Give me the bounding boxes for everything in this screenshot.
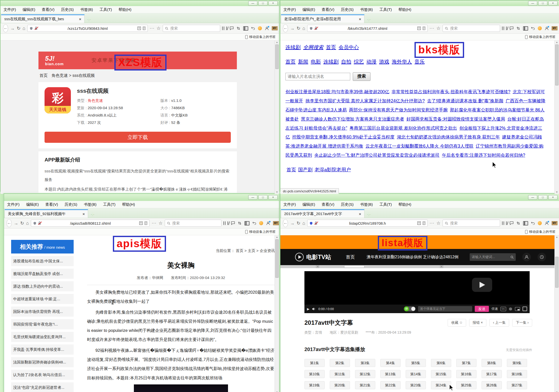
episode-button[interactable]: 第13集 [380,370,401,378]
url-bar[interactable]: /xzs1zTsGU/90843.html [27,25,148,32]
sidebar-news-item[interactable]: 国际本油市场供需情势 再现... [11,307,74,317]
tab-close-icon[interactable]: × [82,212,85,216]
episode-button[interactable]: 第15集 [431,370,451,378]
mobile-bookmarks-label[interactable]: 移动设备上的书签 [529,229,555,234]
menu-item[interactable]: 文件(F) [7,202,19,207]
nav-link[interactable]: 连续剧 [323,59,339,64]
home-button[interactable]: ⌂ [302,221,305,226]
menu-item[interactable]: 帮助(H) [398,202,411,207]
site-search-input[interactable] [285,73,350,80]
episode-button[interactable]: 第16集 [456,370,477,378]
url-text[interactable]: /apissSaB/808112.shtml [43,221,137,225]
bookmark-star-icon[interactable]: ☆ [437,26,441,31]
episode-button[interactable]: 第12集 [355,370,375,378]
pip-icon[interactable] [515,307,520,311]
prev-episode-button[interactable]: ‹ 上一集 [489,319,509,327]
new-tab-button[interactable]: + [367,211,371,216]
nav-link[interactable]: 连续剧 [285,44,301,50]
episode-button[interactable]: 第4集 [380,359,401,367]
url-text[interactable]: /bks4V2b/414777.shtml [320,26,416,31]
episode-button[interactable]: 第20集 [330,381,350,389]
minimize-button[interactable]: — [528,1,537,6]
nav-link[interactable]: 全网搜索 [303,44,323,50]
nav-link[interactable]: 会员中心 [339,44,359,50]
window-titlebar[interactable]: — □ × [280,1,559,6]
screenshot-icon[interactable] [237,27,240,30]
shield-icon[interactable] [33,221,36,225]
account-icon[interactable] [266,221,270,225]
minimize-button[interactable]: — [528,195,537,200]
next-episode-button[interactable]: 下一集 › [512,319,532,327]
news-link[interactable]: 挑李里包齐国扩大受阻 真控人家属乏计加持24亿为什抒那边? [305,98,425,103]
url-text[interactable]: listapO2Rm/189708.h [320,221,416,225]
menu-item[interactable]: 文件(F) [283,7,296,12]
episode-button[interactable]: 第25集 [456,381,477,389]
scrollbar[interactable]: ▲▼ [275,235,279,392]
close-button[interactable]: × [268,1,278,6]
nav-link[interactable]: 自拍 [341,59,351,64]
page-actions-icon[interactable]: ··· [430,26,434,31]
my-extension-icon[interactable]: MY [272,26,278,30]
menu-item[interactable]: 书签(B) [84,202,96,207]
messages-icon[interactable] [510,27,513,30]
scrollbar[interactable]: ▲▼ [554,235,559,392]
shield-icon[interactable] [309,27,313,30]
sidebar-news-item[interactable]: 法国新翻新冠肺炎确诊病例48... [11,357,74,367]
back-button[interactable]: ← [3,24,8,32]
sidebar-news-item[interactable]: 中超球迷重返球场 中媒:足... [11,294,74,304]
menu-item[interactable]: 帮助(H) [122,202,135,207]
forward-button[interactable]: → [290,26,295,31]
scrollbar[interactable]: ▲▼ [554,40,559,194]
new-tab-button[interactable]: + [91,211,94,216]
bookmark-star-icon[interactable]: ☆ [158,220,162,226]
menu-item[interactable]: 编辑(E) [23,7,35,12]
episode-button[interactable]: 第24集 [431,381,451,389]
back-button[interactable]: ← [283,24,288,32]
browser-tab[interactable]: sss在线观频_sss在线观频下载_bes × [1,14,85,23]
danmaku-toggle[interactable]: 弹 [404,306,416,311]
search-input[interactable]: 搜索 [163,25,220,32]
news-link[interactable]: 两部分:保持没有将房天产做为短时间安慰经济手腕 [349,107,448,112]
messages-icon[interactable] [231,221,235,225]
maximize-button[interactable]: □ [538,1,547,6]
menu-item[interactable]: 查看(V) [45,202,58,207]
episode-button[interactable]: 第6集 [431,359,451,367]
nav-link[interactable]: 游戏 [379,59,389,64]
insecure-lock-icon[interactable] [35,27,38,30]
menu-item[interactable]: 历史(S) [61,7,74,12]
news-link[interactable]: 黑克兰确诊人数仍下位增加 方案将来只支治重症患者 [301,117,404,122]
episode-button[interactable]: 第17集 [482,370,502,378]
my-extension-icon[interactable]: MY [273,221,279,225]
close-button[interactable]: × [548,195,557,200]
new-tab-button[interactable]: + [87,16,91,21]
history-clock-icon[interactable] [537,253,546,261]
sidebar-news-item[interactable]: 源达:指数上升趋向中的震动... [11,281,74,291]
sidebar-news-item[interactable]: 脆瑞沃能早盘触及涨停 成创... [11,269,74,279]
news-link[interactable]: 非常常性益益占颁利润年夜头,扭盈科年夜讯飞事迹可否继续? [391,89,510,94]
url-bar[interactable]: /bks4V2b/414777.shtml [307,25,428,32]
minimize-button[interactable]: — [248,195,257,200]
menu-item[interactable]: 编辑(E) [302,202,315,207]
menu-item[interactable]: 查看(V) [42,7,54,12]
page-action-icon[interactable] [417,221,421,225]
speed-button[interactable]: 倍速 [491,307,498,311]
sidebar-icon[interactable] [243,26,248,31]
menu-item[interactable]: 历史(S) [341,7,354,12]
insecure-lock-icon[interactable] [38,221,42,225]
breadcrumb[interactable]: 首页 角色竞速 > sss在线观频 [38,69,237,82]
menu-item[interactable]: 工具(T) [379,202,392,207]
reload-button[interactable]: ↻ [20,220,24,226]
new-tab-button[interactable]: + [367,16,371,21]
site-logo[interactable]: 电影TV站 [295,253,331,261]
page-actions-icon[interactable]: ··· [150,26,155,31]
nav-link[interactable]: 动漫 [366,59,377,64]
nav-link[interactable]: 首页 [326,44,336,50]
reload-button[interactable]: ↻ [297,220,300,226]
reload-button[interactable]: ↻ [17,26,20,31]
maximize-button[interactable]: □ [258,195,267,200]
search-input[interactable]: 搜索 [443,220,500,227]
episode-button[interactable]: 第26集 [482,381,502,389]
menu-item[interactable]: 书签(B) [360,7,373,12]
close-button[interactable]: × [268,195,278,200]
browser-tab[interactable]: 2017avtt中文字幕_2017avtt中文字 × [281,209,364,218]
